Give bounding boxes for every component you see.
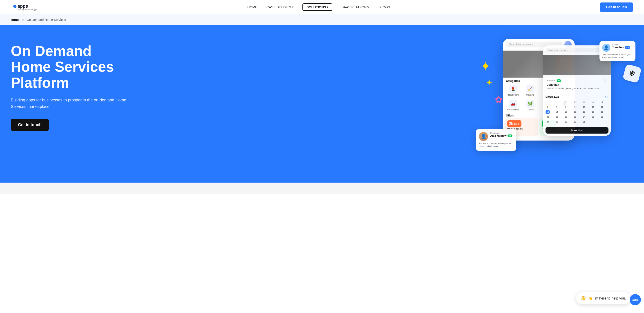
hero-subtitle: Building apps for businesses to prosper … [11, 97, 128, 110]
cal-day-27[interactable]: 27 [546, 120, 550, 124]
cal-day-30[interactable]: 30 [573, 120, 577, 124]
provider-heart-icon[interactable]: ♡ [511, 131, 514, 135]
category-cleaning[interactable]: 🧹 Cleaning [522, 84, 538, 97]
logo[interactable]: apps Powering On-Demand apps 🐾 [11, 3, 38, 12]
hero-right: ✦ ✦ ✿ Search for a service 25 OFF First … [476, 39, 633, 169]
cal-day-28[interactable]: 28 [554, 120, 559, 124]
plumber-name: Jonathan [547, 83, 607, 86]
nav-case-studies[interactable]: CASE STUDIES ▾ [266, 5, 294, 9]
header-cta-button[interactable]: Get in touch [600, 2, 633, 12]
garden-label: Garden [527, 108, 534, 111]
cal-day-29[interactable]: 29 [564, 120, 568, 124]
cal-day-31[interactable]: 31 [582, 120, 586, 124]
calendar-next-icon[interactable]: › [607, 95, 608, 98]
cal-day-16[interactable]: 16 [573, 110, 577, 114]
cal-day-26[interactable]: 26 [600, 115, 604, 119]
svg-text:apps: apps [18, 4, 28, 8]
nav-solutions[interactable]: SOLUTIONS ▾ [302, 3, 332, 11]
plumber-heart-icon: ♡ [604, 79, 607, 82]
calendar-grid: 1 2 3 4 5 6 7 8 9 10 11 12 13 14 15 16 1 [546, 100, 608, 124]
plumber-top: Plumber 4.8 ♡ [547, 79, 607, 82]
header: apps Powering On-Demand apps 🐾 HOME CASE… [0, 0, 644, 14]
beauty-care-label: Beauty Care [508, 94, 519, 96]
cal-day-12[interactable]: 12 [600, 105, 604, 109]
provider-top: 👤 Electrician Alex Mathew 4.8 [479, 132, 513, 141]
provider-card: ♡ 👤 Electrician Alex Mathew 4.8 100-198 … [476, 129, 516, 151]
house-cleaning-badge: 25 OFF [507, 120, 522, 127]
nav-home[interactable]: HOME [247, 5, 258, 9]
profile-name: Jonathan [612, 46, 624, 49]
category-garden[interactable]: 🌿 Garden [522, 98, 538, 112]
profile-rating-badge: 4.8 [625, 46, 630, 49]
cal-day-2[interactable]: 2 [573, 100, 577, 104]
cal-day-14[interactable]: 14 [554, 110, 559, 114]
cal-day-11[interactable]: 11 [591, 105, 595, 109]
plumber-address: 100-198 N Green St, Hoisington, KS 67544… [547, 87, 607, 90]
nav-blogs[interactable]: BLOGS [378, 5, 390, 9]
cal-day-25[interactable]: 25 [591, 115, 595, 119]
provider-name: Alex Mathew [490, 134, 506, 138]
cal-day-18[interactable]: 18 [591, 110, 595, 114]
cal-empty-3 [591, 120, 595, 124]
cal-day-9[interactable]: 9 [573, 105, 577, 109]
offers-label: Offers [506, 114, 514, 117]
cal-day-4[interactable]: 4 [591, 100, 595, 104]
profile-info: Painter Jonathan 4.8 [612, 44, 630, 49]
calendar-prev-icon[interactable]: ‹ [605, 95, 606, 98]
profile-avatar: 👤 [602, 44, 610, 52]
cal-day-19[interactable]: 19 [600, 110, 604, 114]
categories-label: Categories [506, 79, 520, 82]
cal-day-15[interactable]: 15 [564, 110, 568, 114]
cal-empty-1 [546, 100, 550, 104]
breadcrumb-separator: > [22, 18, 24, 22]
secondary-search-input[interactable]: Search for a service [546, 48, 601, 52]
cleaning-label: Cleaning [526, 94, 534, 96]
beauty-care-icon: 💄 [509, 85, 517, 93]
cal-day-3[interactable]: 3 [582, 100, 586, 104]
calendar-section: March 2021 ‹ › 1 2 3 4 5 6 7 8 [543, 94, 611, 126]
plumber-type: Plumber [547, 79, 556, 82]
provider-avatar: 👤 [479, 132, 488, 141]
profile-heart-icon[interactable]: ♡ [630, 43, 633, 47]
cal-day-24[interactable]: 24 [582, 115, 586, 119]
hero-cta-button[interactable]: Get in touch [11, 119, 49, 131]
cal-day-20[interactable]: 20 [546, 115, 550, 119]
provider-address: 100-198 N Green St, Hoisington, KS 67544… [479, 142, 513, 148]
cal-day-10[interactable]: 10 [582, 105, 586, 109]
nav-saas-platform[interactable]: SAAS PLATFORM [341, 5, 370, 9]
star-pink-icon: ✿ [495, 94, 502, 105]
provider-info: Electrician Alex Mathew 4.8 [490, 132, 513, 138]
cal-empty-2 [554, 100, 559, 104]
cal-day-6[interactable]: 6 [546, 105, 550, 109]
solutions-chevron-icon: ▾ [327, 6, 328, 8]
cal-day-21[interactable]: 21 [554, 115, 559, 119]
cal-day-13[interactable]: 13 [546, 110, 550, 114]
plumber-card: Plumber 4.8 ♡ Jonathan 100-198 N Green S… [545, 77, 609, 92]
cal-day-22[interactable]: 22 [564, 115, 568, 119]
provider-rating-badge: 4.8 [508, 134, 513, 137]
hero-left: On Demand Home Services Platform Buildin… [11, 39, 128, 131]
cal-day-8[interactable]: 8 [564, 105, 568, 109]
profile-top: 👤 Painter Jonathan 4.8 [602, 44, 633, 52]
category-beauty[interactable]: 💄 Beauty Care [505, 84, 521, 97]
calendar-header: March 2021 ‹ › [546, 95, 608, 98]
cal-day-17[interactable]: 17 [582, 110, 586, 114]
star-large-icon: ✦ [480, 59, 491, 74]
puzzle-decoration: ❄ [622, 64, 642, 83]
cal-day-23[interactable]: 23 [573, 115, 577, 119]
book-now-button[interactable]: Book Now [546, 127, 608, 134]
garden-icon: 🌿 [526, 100, 534, 108]
cal-day-1[interactable]: 1 [564, 100, 568, 104]
star-small-icon: ✦ [486, 78, 493, 88]
cal-day-7[interactable]: 7 [554, 105, 559, 109]
cal-day-5[interactable]: 5 [600, 100, 604, 104]
breadcrumb-home[interactable]: Home [11, 18, 20, 22]
main-nav: HOME CASE STUDIES ▾ SOLUTIONS ▾ SAAS PLA… [247, 3, 390, 11]
profile-address: 100-198 N Green St, Hoisington, KS 67544… [602, 53, 633, 59]
svg-text:🐾: 🐾 [14, 5, 17, 8]
plumber-rating-badge: 4.8 [557, 79, 561, 82]
provider-type: Electrician [490, 132, 513, 134]
svg-text:Powering On-Demand apps: Powering On-Demand apps [18, 9, 37, 11]
breadcrumb-current: On Demand Home Services [27, 18, 66, 22]
category-car-cleaning[interactable]: 🚗 Car Cleaning [505, 98, 521, 112]
